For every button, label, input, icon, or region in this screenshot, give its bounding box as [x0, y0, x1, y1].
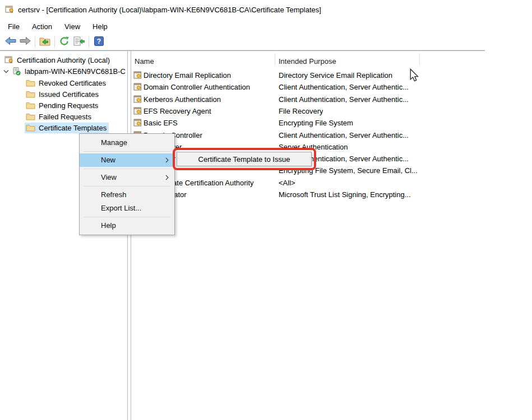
menu-separator	[84, 151, 170, 152]
context-menu-item-manage[interactable]: Manage	[80, 136, 174, 150]
tree-item-certification-authority-local[interactable]: Certification Authority (Local)	[0, 54, 127, 66]
forward-icon	[20, 37, 31, 46]
export-list-button[interactable]	[72, 35, 86, 49]
submenu-item-certificate-template-to-issue[interactable]: Certificate Template to Issue	[177, 152, 312, 166]
template-row-basic-efs[interactable]: Basic EFSEncrypting File System	[131, 117, 485, 129]
tree-item-issued-certificates[interactable]: Issued Certificates	[0, 88, 127, 100]
console-tree-button[interactable]	[38, 35, 52, 49]
back-icon	[5, 37, 16, 46]
tree-item-ca-server[interactable]: labpam-WIN-KE6N9VC681B-C	[0, 66, 127, 77]
chevron-down-icon[interactable]	[3, 69, 9, 73]
menu-item-label: View	[101, 173, 117, 181]
template-purpose: Directory Service Email Replication	[279, 71, 392, 80]
tree-item-selection: Pending Requests	[25, 100, 100, 111]
menu-separator	[84, 217, 170, 217]
export-list-icon	[73, 36, 85, 48]
menu-help[interactable]: Help	[86, 21, 114, 32]
template-row-directory-email-replication[interactable]: Directory Email ReplicationDirectory Ser…	[131, 69, 485, 81]
certificate-template-icon	[133, 107, 142, 115]
menu-item-label: New	[101, 156, 115, 164]
template-row-domain-controller[interactable]: Domain ControllerClient Authentication, …	[131, 129, 485, 141]
menu-file[interactable]: File	[2, 21, 26, 32]
menu-view[interactable]: View	[58, 21, 86, 32]
submenu-arrow-icon	[165, 175, 169, 180]
tree-item-label: Issued Certificates	[39, 90, 99, 99]
window-title: certsrv - [Certification Authority (Loca…	[18, 6, 321, 14]
svg-text:?: ?	[96, 37, 100, 45]
refresh-button[interactable]	[57, 35, 72, 49]
menu-action[interactable]: Action	[26, 21, 58, 32]
tree-item-revoked-certificates[interactable]: Revoked Certificates	[0, 77, 127, 88]
template-name: Directory Email Replication	[144, 71, 231, 80]
template-purpose: Client Authentication, Server Authentic.…	[279, 83, 409, 91]
tree-item-pending-requests[interactable]: Pending Requests	[0, 100, 127, 111]
pane-splitter[interactable]	[127, 51, 131, 420]
template-name: EFS Recovery Agent	[144, 107, 211, 115]
folder-icon	[26, 79, 35, 87]
console-tree-icon	[39, 36, 50, 48]
folder-icon	[26, 124, 35, 132]
toolbar-separator	[89, 36, 89, 48]
column-divider[interactable]	[419, 53, 420, 66]
menu-item-label: Export List...	[101, 204, 141, 212]
tree-item-selection: Certificate Templates	[25, 123, 109, 133]
template-name: Domain Controller Authentication	[144, 83, 250, 91]
certificate-template-icon	[133, 71, 142, 79]
certificate-template-icon	[133, 83, 142, 91]
tree-item-label: Certificate Templates	[39, 124, 107, 132]
tree-item-selection: Issued Certificates	[25, 89, 101, 100]
tree-item-label: Revoked Certificates	[39, 79, 106, 87]
toolbar: ?	[0, 34, 485, 50]
tree-item-label: Pending Requests	[39, 101, 98, 110]
ca-server-check-icon	[12, 67, 21, 76]
context-menu-item-refresh[interactable]: Refresh	[80, 188, 174, 202]
tree-item-label: Certification Authority (Local)	[17, 56, 110, 64]
template-purpose: Server Authentication	[279, 143, 348, 151]
certification-authority-icon	[4, 56, 13, 64]
template-name: Kerberos Authentication	[144, 95, 221, 104]
menu-separator	[84, 169, 170, 169]
submenu-arrow-icon	[165, 157, 169, 163]
tree-item-label: labpam-WIN-KE6N9VC681B-C	[25, 67, 126, 76]
toolbar-separator	[54, 36, 55, 48]
template-purpose: Microsoft Trust List Signing, Encrypting…	[279, 190, 411, 199]
context-menu-item-help[interactable]: Help	[80, 219, 174, 232]
menu-item-label: Manage	[101, 138, 127, 147]
template-purpose: Client Authentication, Server Authentic.…	[279, 131, 409, 139]
template-row-kerberos-authentication[interactable]: Kerberos AuthenticationClient Authentica…	[131, 94, 485, 105]
template-row-subordinate-certification-authority[interactable]: Subordinate Certification Authority<All>	[131, 177, 485, 189]
help-icon: ?	[94, 36, 104, 48]
context-menu: ManageNewViewRefreshExport List...Help	[79, 133, 175, 235]
menu-separator	[84, 186, 170, 186]
tree-item-label: Failed Requests	[39, 113, 91, 121]
column-header-name[interactable]: Name	[135, 57, 154, 66]
template-row-web-server[interactable]: Web ServerServer Authentication	[131, 141, 485, 153]
template-row-administrator[interactable]: AdministratorMicrosoft Trust List Signin…	[131, 189, 485, 200]
certsrv-app-icon	[5, 6, 14, 14]
template-purpose: <All>	[279, 179, 295, 187]
template-row-efs-recovery-agent[interactable]: EFS Recovery AgentFile Recovery	[131, 105, 485, 117]
context-menu-item-view[interactable]: View	[80, 171, 174, 184]
toolbar-separator	[35, 36, 35, 48]
template-row-domain-controller-authentication[interactable]: Domain Controller AuthenticationClient A…	[131, 81, 485, 93]
column-divider[interactable]	[275, 53, 275, 66]
tree-item-certificate-templates[interactable]: Certificate Templates	[0, 122, 127, 133]
template-purpose: Encrypting File System	[279, 119, 353, 127]
template-row-user[interactable]: UserEncrypting File System, Secure Email…	[131, 165, 485, 176]
certificate-template-icon	[133, 119, 142, 127]
title-bar: certsrv - [Certification Authority (Loca…	[0, 0, 485, 19]
forward-button[interactable]	[18, 35, 33, 49]
tree-item-selection: Revoked Certificates	[25, 78, 108, 88]
template-purpose: Encrypting File System, Secure Email, Cl…	[279, 166, 418, 175]
context-menu-item-export-list[interactable]: Export List...	[80, 202, 174, 215]
folder-icon	[26, 101, 35, 109]
tree-item-failed-requests[interactable]: Failed Requests	[0, 111, 127, 122]
menu-item-label: Refresh	[101, 190, 127, 199]
context-menu-item-new[interactable]: New	[80, 153, 174, 167]
menu-item-label: Help	[101, 221, 116, 230]
help-button[interactable]: ?	[91, 35, 106, 49]
column-header-intended-purpose[interactable]: Intended Purpose	[279, 57, 336, 66]
folder-icon	[26, 90, 35, 98]
back-button[interactable]	[3, 35, 18, 49]
refresh-icon	[59, 36, 70, 48]
